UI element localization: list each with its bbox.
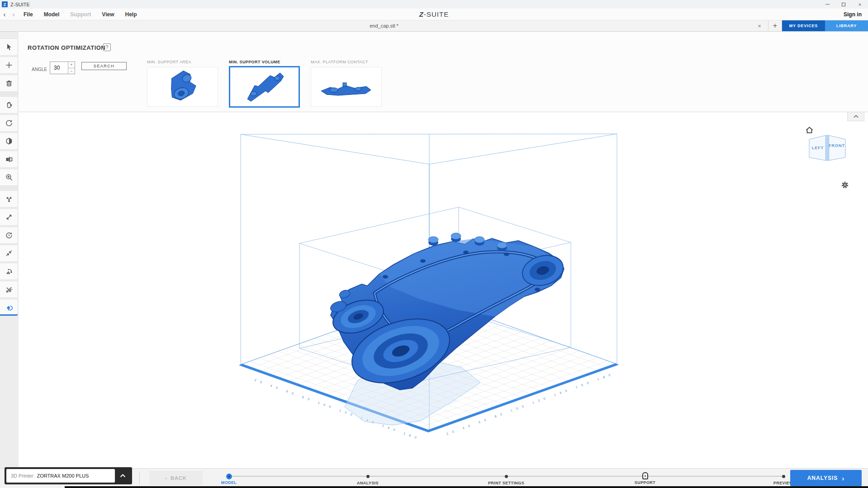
- maximize-button[interactable]: [835, 0, 852, 9]
- panel-title: ROTATION OPTIMIZATION: [28, 44, 105, 51]
- menu-bar: ‹ › File Model Support View Help Z-SUITE…: [0, 9, 868, 20]
- zoom-tool-button[interactable]: [0, 169, 18, 186]
- add-model-button[interactable]: [0, 57, 18, 74]
- scale-tool-button[interactable]: [0, 208, 18, 226]
- lay-flat-icon: [5, 267, 14, 276]
- arrows-inward-icon: [5, 249, 14, 258]
- menu-model[interactable]: Model: [44, 11, 60, 18]
- angle-label: ANGLE: [32, 67, 47, 72]
- my-devices-button[interactable]: MY DEVICES: [782, 20, 825, 31]
- camera-views-button[interactable]: [0, 151, 18, 168]
- printer-expand-button[interactable]: [115, 474, 130, 478]
- step-label: SUPPORT: [620, 480, 670, 485]
- step-dot: [366, 475, 370, 478]
- minimize-button[interactable]: [819, 0, 835, 9]
- gear-icon[interactable]: [841, 181, 849, 189]
- select-tool-button[interactable]: [0, 38, 18, 56]
- search-button[interactable]: SEARCH: [81, 62, 127, 70]
- step-model[interactable]: MODEL: [204, 469, 254, 485]
- printer-selector[interactable]: 3D Printer: ZORTRAX M200 PLUS: [5, 467, 132, 484]
- history-forward-icon[interactable]: ›: [9, 10, 18, 18]
- lay-flat-button[interactable]: [0, 263, 18, 280]
- option-label: MAX. PLATFORM CONTACT: [311, 60, 382, 64]
- step-support[interactable]: SUPPORT: [620, 469, 670, 485]
- option-min-support-volume[interactable]: MIN. SUPPORT VOLUME: [229, 60, 300, 108]
- printer-label: 3D Printer:: [11, 473, 35, 479]
- pan-tool-button[interactable]: [0, 96, 18, 114]
- split-model-button[interactable]: [0, 281, 18, 298]
- collapse-panel-button[interactable]: [847, 112, 864, 121]
- rotate-icon: [5, 231, 14, 240]
- document-tab[interactable]: end_cap.stl * ×: [0, 20, 768, 31]
- logo-z: Z: [419, 10, 424, 18]
- cube-icon: [5, 137, 14, 146]
- background-window-edge: [65, 486, 868, 488]
- divider: [139, 472, 140, 484]
- orbit-view-button[interactable]: [0, 114, 18, 132]
- 3d-viewport[interactable]: 20 40 60 80 100 120 140 160 180 20 40 60…: [19, 112, 868, 468]
- window-title: Z-SUITE: [10, 2, 819, 7]
- option-label: MIN. SUPPORT AREA: [147, 60, 218, 64]
- 3d-scene[interactable]: 20 40 60 80 100 120 140 160 180 20 40 60…: [19, 112, 868, 468]
- thumbnail-model-volume: [230, 67, 298, 105]
- back-label: BACK: [171, 475, 187, 481]
- step-label: ANALYSIS: [343, 481, 393, 485]
- step-analysis[interactable]: ANALYSIS: [343, 469, 393, 485]
- maximize-icon: [842, 3, 845, 6]
- step-print-settings[interactable]: PRINT SETTINGS: [481, 469, 531, 485]
- camera-flip-icon: [5, 155, 14, 164]
- scale-icon: [5, 213, 14, 222]
- help-icon[interactable]: ?: [103, 43, 111, 51]
- menu-help[interactable]: Help: [125, 11, 137, 18]
- menu-view[interactable]: View: [102, 11, 114, 18]
- next-label: ANALYSIS: [807, 475, 838, 481]
- sign-in-link[interactable]: Sign in: [844, 11, 862, 18]
- zoom-in-icon: [5, 173, 14, 182]
- status-bar: 3D Printer: ZORTRAX M200 PLUS ‹ BACK MOD…: [0, 468, 868, 488]
- thumbnail-model-area: [147, 67, 218, 106]
- angle-spinner: + −: [68, 62, 75, 74]
- tab-title: end_cap.stl *: [370, 23, 398, 28]
- toolbar-separator: [0, 187, 19, 189]
- delete-model-button[interactable]: [0, 75, 18, 92]
- close-button[interactable]: ×: [852, 0, 868, 9]
- angle-input[interactable]: [50, 62, 68, 74]
- perspective-view-button[interactable]: [0, 133, 18, 150]
- option-min-support-area[interactable]: MIN. SUPPORT AREA: [147, 60, 218, 107]
- step-active-dot: [226, 474, 232, 479]
- option-label: MIN. SUPPORT VOLUME: [229, 60, 300, 64]
- plus-icon: [5, 61, 14, 70]
- history-back-icon[interactable]: ‹: [0, 10, 9, 18]
- tab-close-icon[interactable]: ×: [755, 20, 764, 31]
- left-toolbar: [0, 32, 19, 468]
- move-tool-button[interactable]: [0, 190, 18, 208]
- menu-file[interactable]: File: [24, 11, 33, 18]
- rotation-optimization-button[interactable]: [0, 299, 18, 316]
- option-thumbnail[interactable]: [147, 67, 218, 107]
- new-tab-button[interactable]: +: [768, 20, 782, 31]
- analysis-next-button[interactable]: ANALYSIS ›: [790, 470, 862, 486]
- library-button[interactable]: LIBRARY: [825, 20, 868, 31]
- step-dot: [782, 475, 785, 478]
- option-thumbnail[interactable]: [311, 67, 382, 107]
- lock-icon: [642, 472, 648, 479]
- spin-up-icon[interactable]: +: [68, 62, 75, 68]
- cube-front-label[interactable]: FRONT: [829, 143, 845, 148]
- app-icon: Z: [2, 1, 8, 7]
- scissors-icon: [5, 285, 14, 294]
- view-cube[interactable]: LEFT FRONT: [807, 132, 847, 164]
- cube-left-label[interactable]: LEFT: [812, 146, 824, 150]
- printer-value: ZORTRAX M200 PLUS: [37, 473, 89, 479]
- chevron-right-icon: ›: [842, 474, 844, 482]
- chevron-left-icon: ‹: [165, 475, 167, 481]
- fit-to-platform-button[interactable]: [0, 245, 18, 262]
- rotate-tool-button[interactable]: [0, 227, 18, 244]
- spin-down-icon[interactable]: −: [68, 68, 75, 74]
- option-max-platform-contact[interactable]: MAX. PLATFORM CONTACT: [311, 60, 382, 107]
- view-cube-widget: LEFT FRONT: [806, 127, 855, 194]
- step-label: PRINT SETTINGS: [481, 481, 531, 485]
- rotation-optimization-icon: [5, 303, 14, 312]
- trash-icon: [5, 79, 14, 88]
- option-thumbnail[interactable]: [229, 66, 300, 108]
- back-button[interactable]: ‹ BACK: [149, 471, 203, 485]
